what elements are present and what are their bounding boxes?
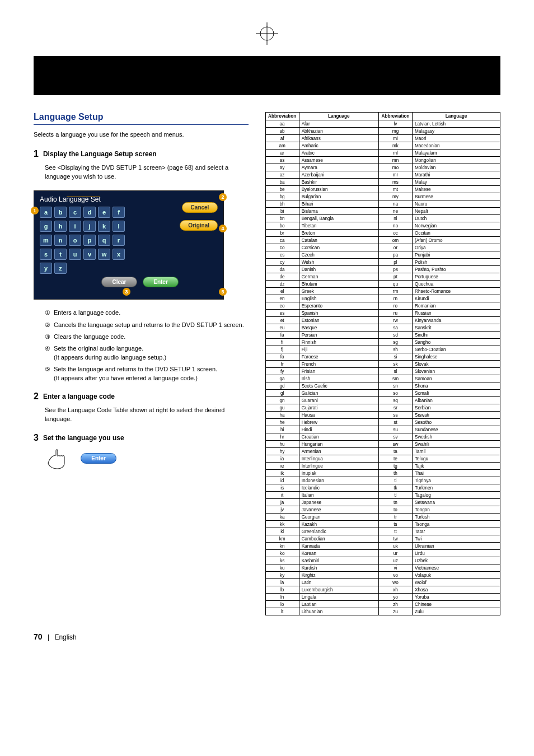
callout-line: [67, 197, 100, 197]
enter-button[interactable]: Enter: [143, 277, 179, 287]
abbr-cell: sk: [379, 361, 413, 368]
abbr-cell: ka: [265, 514, 299, 521]
abbr-cell: ik: [265, 470, 299, 477]
osd-key[interactable]: f: [113, 207, 125, 218]
abbr-cell: lv: [379, 120, 413, 128]
osd-key[interactable]: c: [69, 207, 81, 218]
abbr-cell: tl: [379, 492, 413, 499]
enter-touch-button[interactable]: Enter: [81, 453, 116, 464]
lang-cell: Greek: [299, 288, 378, 295]
table-row: ieInterlinguetgTajik: [265, 463, 500, 470]
osd-key[interactable]: i: [69, 221, 81, 232]
clear-button[interactable]: Clear: [101, 277, 137, 287]
lang-cell: Corsican: [299, 244, 378, 251]
callout-text: Cancels the language setup and returns t…: [54, 321, 244, 329]
lang-cell: Norwegian: [413, 222, 500, 230]
table-row: huHungarianswSwahili: [265, 441, 500, 448]
abbr-cell: th: [379, 470, 413, 477]
lang-cell: Maltese: [413, 186, 500, 193]
lang-cell: Mongolian: [413, 157, 500, 164]
lang-cell: Malagasy: [413, 128, 500, 135]
table-row: aaAfarlvLatvian, Lettish: [265, 120, 500, 128]
osd-key[interactable]: r: [113, 235, 125, 246]
osd-key[interactable]: e: [98, 207, 110, 218]
lang-cell: Breton: [299, 230, 378, 237]
abbr-cell: om: [379, 237, 413, 244]
abbr-cell: es: [265, 310, 299, 317]
osd-key[interactable]: h: [54, 221, 67, 232]
abbr-cell: sw: [379, 441, 413, 448]
audio-language-osd: Audio Language Set 1 2 4 5 3 Cancel Orig…: [34, 190, 224, 300]
cancel-button[interactable]: Cancel: [182, 202, 218, 213]
osd-key[interactable]: p: [83, 235, 96, 246]
osd-key[interactable]: q: [98, 235, 110, 246]
table-row: hiHindisuSundanese: [265, 426, 500, 433]
lang-cell: Maori: [413, 135, 500, 142]
abbr-cell: uz: [379, 557, 413, 564]
osd-key[interactable]: v: [83, 249, 96, 260]
lang-cell: Finnish: [299, 339, 378, 346]
osd-key[interactable]: k: [98, 221, 110, 232]
lang-cell: Kinyarwanda: [413, 317, 500, 324]
lang-cell: Japanese: [299, 499, 378, 506]
abbr-cell: af: [265, 135, 299, 142]
step-number: 2: [34, 391, 39, 402]
osd-key[interactable]: x: [113, 249, 125, 260]
osd-key[interactable]: m: [40, 235, 52, 246]
osd-key[interactable]: l: [113, 221, 125, 232]
abbr-cell: xh: [379, 586, 413, 594]
abbr-cell: da: [265, 266, 299, 273]
lang-cell: Indonesian: [299, 477, 378, 484]
osd-key[interactable]: u: [69, 249, 81, 260]
osd-key[interactable]: s: [40, 249, 52, 260]
lang-cell: Galician: [299, 390, 378, 397]
table-row: kaGeorgiantrTurkish: [265, 514, 500, 521]
lang-cell: Laotian: [299, 601, 378, 608]
table-row: heHebrewstSesotho: [265, 419, 500, 426]
table-row: enEnglishrnKirundi: [265, 295, 500, 302]
osd-key[interactable]: o: [69, 235, 81, 246]
abbr-cell: hi: [265, 426, 299, 433]
step-title: Set the language you use: [43, 433, 124, 443]
osd-key[interactable]: t: [54, 249, 67, 260]
lang-cell: Setswana: [413, 499, 500, 506]
abbr-cell: kn: [265, 543, 299, 550]
osd-key[interactable]: z: [54, 263, 67, 274]
abbr-cell: ur: [379, 550, 413, 557]
original-button[interactable]: Original: [180, 220, 218, 231]
osd-key[interactable]: g: [40, 221, 52, 232]
col-abbr-header: Abbreviation: [379, 113, 413, 120]
step-title: Display the Language Setup screen: [43, 149, 157, 159]
osd-key[interactable]: j: [83, 221, 96, 232]
crop-mark-top: [34, 22, 500, 56]
abbr-cell: it: [265, 492, 299, 499]
lang-cell: Turkish: [413, 514, 500, 521]
abbr-cell: et: [265, 317, 299, 324]
table-row: daDanishpsPashto, Pushto: [265, 266, 500, 273]
lang-cell: Chinese: [413, 601, 500, 608]
callout-list: ①Enters a language code.②Cancels the lan…: [45, 309, 249, 382]
step-2-header: 2 Enter a language code: [34, 391, 249, 402]
osd-key[interactable]: a: [40, 207, 52, 218]
osd-key[interactable]: y: [40, 263, 52, 274]
abbr-cell: ts: [379, 521, 413, 528]
table-row: kkKazakhtsTsonga: [265, 521, 500, 528]
lang-cell: Yoruba: [413, 594, 500, 601]
abbr-cell: ay: [265, 164, 299, 171]
table-row: baBashkirmsMalay: [265, 179, 500, 186]
lang-cell: Interlingue: [299, 463, 378, 470]
lang-cell: Catalan: [299, 237, 378, 244]
table-row: kuKurdishviVietnamese: [265, 564, 500, 572]
osd-key[interactable]: w: [98, 249, 110, 260]
osd-key[interactable]: b: [54, 207, 67, 218]
osd-key[interactable]: n: [54, 235, 67, 246]
abbr-cell: so: [379, 390, 413, 397]
osd-key[interactable]: d: [83, 207, 96, 218]
abbr-cell: tr: [379, 514, 413, 521]
lang-cell: Hausa: [299, 412, 378, 419]
abbr-cell: fa: [265, 332, 299, 339]
table-row: jvJavanesetoTongan: [265, 506, 500, 514]
table-row: biBislamaneNepali: [265, 208, 500, 215]
table-row: frFrenchskSlovak: [265, 361, 500, 368]
abbr-cell: zh: [379, 601, 413, 608]
